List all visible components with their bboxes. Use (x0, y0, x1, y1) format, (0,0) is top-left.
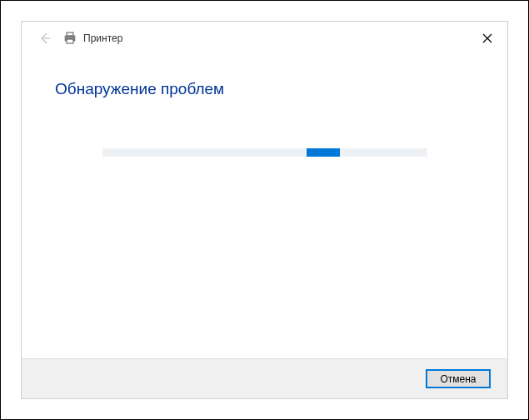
close-button[interactable] (477, 28, 497, 48)
printer-icon (63, 32, 77, 45)
progress-bar (102, 148, 427, 157)
svg-rect-2 (67, 39, 73, 43)
back-arrow-icon (38, 32, 52, 45)
heading: Обнаружение проблем (55, 80, 474, 98)
window-title: Принтер (83, 32, 122, 44)
content-area: Обнаружение проблем (22, 55, 507, 358)
svg-rect-0 (67, 32, 73, 36)
progress-chunk (307, 148, 340, 157)
close-icon (482, 33, 492, 43)
title-bar: Принтер (22, 22, 507, 55)
cancel-button[interactable]: Отмена (426, 369, 491, 388)
footer: Отмена (22, 358, 507, 398)
dialog-window: Принтер Обнаружение проблем Отмена (21, 21, 508, 399)
back-button (37, 30, 53, 47)
svg-point-3 (72, 37, 73, 38)
